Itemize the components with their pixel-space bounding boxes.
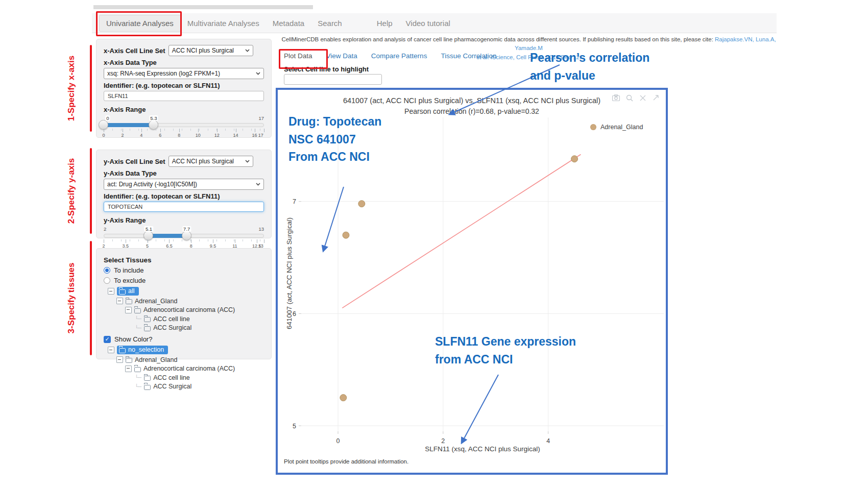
tree-node-no-selection[interactable]: no_selection (108, 346, 264, 354)
tab-tissue-correlation[interactable]: Tissue Correlation (441, 52, 496, 60)
tree-leaf-acc-surgical[interactable]: ACC Surgical (135, 324, 264, 331)
step3-label: 3-Specify tissues (66, 242, 77, 354)
annotation-red-box-plot-data (279, 49, 328, 69)
tab-view-data[interactable]: View Data (326, 52, 357, 60)
x-identifier-input[interactable] (104, 91, 264, 101)
x-axis-panel: x-Axis Cell Line Set ACC NCI plus Surgic… (96, 39, 272, 138)
nav-multivariate-analyses[interactable]: Multivariate Analyses (181, 15, 266, 31)
show-color-checkbox-row[interactable]: ✓ Show Color? (104, 335, 264, 343)
gene-annotation: SLFN11 Gene expression from ACC NCI (435, 333, 576, 368)
svg-text:6: 6 (293, 310, 296, 318)
tissue-tree-color: no_selection Adrenal_Gland Adrenocortica… (108, 346, 264, 390)
plot-title: 641007 (act, ACC NCI plus Surgical) vs. … (278, 96, 666, 105)
slider-max-value: 13 (258, 226, 264, 232)
highlight-cell-line-input[interactable] (284, 74, 382, 85)
svg-text:0: 0 (336, 437, 340, 445)
x-data-type-select[interactable]: xsq: RNA-seq Expression (log2 FPKM+1) (104, 68, 264, 79)
chevron-down-icon (256, 72, 260, 75)
tree-node-acc[interactable]: Adrenocortical carcinoma (ACC) (125, 306, 264, 313)
step3-bracket (90, 241, 92, 355)
nav-video-tutorial[interactable]: Video tutorial (399, 15, 457, 31)
tree-leaf-acc-cell-line[interactable]: ACC cell line (135, 315, 264, 323)
collapse-icon[interactable] (108, 347, 114, 353)
x-identifier-label: Identifier: (e.g. topotecan or SLFN11) (104, 82, 264, 89)
tissue-tree-include: all Adrenal_Gland Adrenocortical carcino… (108, 287, 264, 331)
x-range-slider[interactable]: 0 5.3 17 024681012141617 (104, 115, 264, 140)
y-cell-line-set-label: y-Axis Cell Line Set (104, 158, 165, 165)
tree-node-adrenal-gland[interactable]: Adrenal_Gland (116, 298, 264, 305)
checkbox-checked-icon[interactable]: ✓ (104, 336, 111, 343)
close-icon[interactable] (639, 94, 646, 102)
top-navbar: Univariate Analyses Multivariate Analyse… (92, 13, 777, 33)
svg-text:5: 5 (293, 423, 296, 430)
tissues-panel: Select Tissues To include To exclude all… (96, 248, 272, 359)
svg-text:7: 7 (293, 198, 296, 205)
slider-to-value: 5.3 (149, 115, 158, 121)
y-identifier-input[interactable] (104, 202, 264, 212)
tab-compare-patterns[interactable]: Compare Patterns (371, 52, 427, 60)
slider-from-value: 5.1 (144, 226, 153, 232)
zoom-icon[interactable] (625, 94, 633, 102)
slider-grid: 024681012141617 (104, 129, 264, 138)
plotly-modebar (612, 94, 660, 102)
folder-icon (119, 348, 126, 353)
slider-fill (104, 123, 154, 127)
radio-to-exclude[interactable]: To exclude (104, 277, 264, 284)
camera-icon[interactable] (612, 94, 620, 102)
slider-to-value: 7.7 (182, 226, 191, 232)
step1-bracket (90, 45, 92, 132)
chevron-down-icon (245, 49, 250, 52)
y-range-label: y-Axis Range (104, 216, 264, 224)
radio-icon[interactable] (104, 267, 110, 274)
y-range-slider[interactable]: 5.1 7.7 2 13 23.556.589.51112.513 (104, 226, 264, 251)
svg-text:2: 2 (441, 437, 445, 445)
radio-to-include[interactable]: To include (104, 266, 264, 274)
x-range-label: x-Axis Range (104, 106, 264, 113)
collapse-icon[interactable] (116, 298, 123, 304)
collapse-icon[interactable] (116, 356, 123, 363)
folder-icon (126, 358, 132, 363)
folder-icon (119, 289, 126, 295)
folder-icon (134, 308, 141, 313)
radio-icon[interactable] (104, 277, 110, 284)
slider-min-value: 2 (104, 226, 106, 232)
slider-from-value: 0 (105, 115, 110, 121)
step1-label: 1-Specify x-axis (66, 32, 77, 144)
folder-icon (134, 367, 141, 372)
x-cell-line-set-select[interactable]: ACC NCI plus Surgical (168, 45, 253, 56)
y-identifier-label: Identifier: (e.g. topotecan or SLFN11) (104, 192, 264, 200)
step2-label: 2-Specify y-axis (66, 135, 77, 247)
tree-node-acc[interactable]: Adrenocortical carcinoma (ACC) (125, 365, 264, 372)
collapse-icon[interactable] (125, 365, 132, 372)
select-tissues-title: Select Tissues (104, 256, 264, 264)
slider-max-value: 17 (258, 115, 264, 121)
svg-text:4: 4 (546, 437, 550, 445)
nav-metadata[interactable]: Metadata (266, 15, 311, 31)
annotation-red-box-univariate (96, 11, 182, 36)
x-cell-line-set-label: x-Axis Cell Line Set (104, 47, 165, 55)
nav-help[interactable]: Help (370, 15, 399, 31)
folder-icon (144, 376, 151, 381)
folder-icon (126, 299, 132, 304)
slider-grid: 23.556.589.51112.513 (104, 239, 264, 249)
chevron-down-icon (245, 160, 250, 163)
folder-icon (144, 326, 151, 331)
tree-leaf-acc-cell-line[interactable]: ACC cell line (135, 374, 264, 381)
tree-node-all[interactable]: all (108, 287, 264, 296)
tree-node-adrenal-gland[interactable]: Adrenal_Gland (116, 356, 264, 363)
y-data-type-select[interactable]: act: Drug Activity (-log10[IC50M]) (104, 179, 264, 190)
top-gray-strip (93, 5, 313, 9)
y-cell-line-set-select[interactable]: ACC NCI plus Surgical (168, 156, 253, 167)
collapse-icon[interactable] (125, 307, 132, 313)
folder-icon (144, 385, 151, 390)
x-data-type-label: x-Axis Data Type (104, 59, 264, 66)
y-axis-panel: y-Axis Cell Line Set ACC NCI plus Surgic… (96, 150, 272, 238)
collapse-icon[interactable] (108, 288, 114, 295)
x-axis-title: SLFN11 (xsq, ACC NCI plus Surgical) (301, 445, 664, 453)
nav-search[interactable]: Search (311, 15, 349, 31)
plot-footnote: Plot point tooltips provide additional i… (284, 458, 408, 465)
pearson-annotation: Pearson’s correlation and p-value (530, 49, 649, 84)
tree-leaf-acc-surgical[interactable]: ACC Surgical (135, 383, 264, 390)
slider-fill (149, 234, 186, 238)
expand-icon[interactable] (652, 94, 660, 102)
